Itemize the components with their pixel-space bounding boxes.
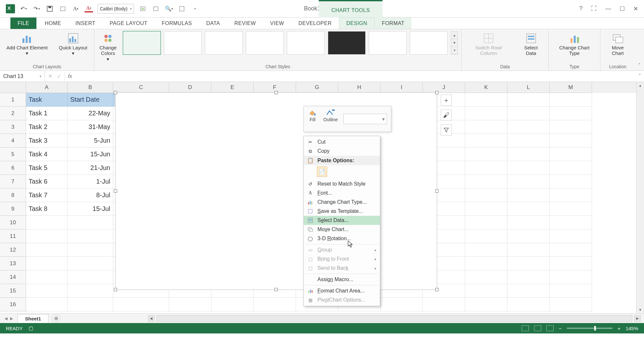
minimize-button[interactable]: — — [605, 5, 611, 12]
cell[interactable] — [254, 298, 296, 311]
mini-style-combo[interactable]: ▾ — [343, 114, 387, 124]
cell[interactable] — [465, 257, 507, 270]
chart-style-6[interactable] — [328, 31, 366, 55]
cell[interactable] — [26, 216, 68, 229]
cell[interactable] — [550, 229, 592, 243]
cell[interactable] — [68, 270, 113, 284]
cell[interactable]: Task 7 — [26, 188, 68, 202]
chart-style-7[interactable] — [369, 31, 407, 55]
chart-styles-button[interactable]: 🖌 — [441, 110, 452, 121]
cell[interactable] — [550, 298, 592, 311]
column-header[interactable]: L — [507, 82, 550, 93]
resize-handle[interactable] — [114, 288, 117, 291]
cell[interactable]: 8-Jul — [68, 188, 113, 202]
chart-elements-button[interactable]: ＋ — [441, 95, 452, 106]
add-chart-element-button[interactable]: Add Chart Element ▾ — [3, 31, 51, 58]
cell[interactable] — [507, 161, 550, 175]
row-header[interactable]: 4 — [0, 134, 26, 148]
hscroll-track[interactable] — [156, 315, 632, 322]
outline-button[interactable]: Outline — [323, 109, 338, 129]
ctx-cut[interactable]: ✂Cut — [304, 137, 380, 147]
cell[interactable] — [550, 148, 592, 161]
cell[interactable] — [465, 134, 507, 148]
cell[interactable] — [507, 298, 550, 311]
row-header[interactable]: 8 — [0, 188, 26, 202]
cell[interactable] — [550, 107, 592, 120]
maximize-button[interactable]: ☐ — [620, 5, 625, 12]
cell[interactable] — [465, 93, 507, 107]
row-header[interactable]: 14 — [0, 270, 26, 284]
column-header[interactable]: K — [465, 82, 507, 93]
resize-handle[interactable] — [275, 91, 278, 94]
cell[interactable]: 1-Jul — [68, 175, 113, 188]
zoom-out-button[interactable]: − — [559, 326, 562, 331]
cell[interactable]: 21-Jun — [68, 161, 113, 175]
collapse-ribbon-button[interactable]: ˄ — [635, 29, 644, 71]
redo-button[interactable]: ↷▾ — [33, 5, 41, 13]
cell[interactable] — [550, 202, 592, 216]
row-header[interactable]: 13 — [0, 257, 26, 270]
cell[interactable] — [550, 284, 592, 298]
column-header[interactable]: G — [296, 82, 338, 93]
cell[interactable] — [550, 243, 592, 257]
cell[interactable] — [550, 188, 592, 202]
cell[interactable] — [550, 161, 592, 175]
cell[interactable] — [211, 298, 254, 311]
zoom-in-button[interactable]: + — [618, 326, 621, 331]
cell[interactable]: Task 8 — [26, 202, 68, 216]
tab-review[interactable]: REVIEW — [227, 18, 263, 29]
cell[interactable] — [26, 257, 68, 270]
cell[interactable]: Task — [26, 93, 68, 107]
row-header[interactable]: 7 — [0, 175, 26, 188]
view-page-break-button[interactable] — [546, 325, 554, 331]
cell[interactable]: Task 4 — [26, 148, 68, 161]
cell[interactable] — [550, 175, 592, 188]
column-header[interactable]: B — [68, 82, 113, 93]
ctx-font[interactable]: AFont... — [304, 188, 380, 198]
ctx-3d-rotation[interactable]: ◯3-D Rotation... — [304, 234, 380, 243]
qat-customize[interactable]: ▾ — [191, 5, 199, 13]
ctx-save-template[interactable]: Save as Template... — [304, 207, 380, 216]
column-header[interactable]: J — [423, 82, 465, 93]
view-normal-button[interactable] — [522, 325, 529, 331]
ctx-copy[interactable]: ⧉Copy — [304, 147, 380, 156]
cell[interactable]: Task 6 — [26, 175, 68, 188]
cell[interactable] — [507, 270, 550, 284]
vertical-scrollbar[interactable]: ▲ ▼ — [636, 82, 644, 313]
chart-style-1[interactable] — [123, 31, 161, 55]
view-page-layout-button[interactable] — [534, 325, 541, 331]
tab-view[interactable]: VIEW — [263, 18, 291, 29]
font-family-combo[interactable]: Calibri (Body)▾ — [98, 4, 134, 14]
chart-filters-button[interactable] — [441, 124, 452, 136]
cell[interactable] — [423, 298, 465, 311]
cell[interactable] — [465, 188, 507, 202]
ctx-change-chart-type[interactable]: Change Chart Type... — [304, 198, 380, 207]
row-header[interactable]: 16 — [0, 298, 26, 311]
ribbon-display-button[interactable]: ⛶ — [591, 5, 597, 12]
cell[interactable] — [465, 229, 507, 243]
row-header[interactable]: 9 — [0, 202, 26, 216]
cell[interactable] — [26, 243, 68, 257]
add-sheet-button[interactable]: ⊕ — [52, 314, 60, 323]
expand-formula-bar-button[interactable]: ˅ — [636, 71, 644, 82]
resize-handle[interactable] — [114, 189, 117, 193]
resize-handle[interactable] — [435, 91, 438, 94]
cell[interactable]: Task 5 — [26, 161, 68, 175]
switch-row-column-button[interactable]: Switch Row/ Column — [465, 31, 512, 58]
scroll-down-button[interactable]: ▼ — [637, 306, 644, 313]
select-data-button[interactable]: Select Data — [517, 31, 545, 58]
cell[interactable]: 15-Jul — [68, 202, 113, 216]
column-header[interactable]: A — [26, 82, 68, 93]
cell[interactable]: 22-May — [68, 107, 113, 120]
row-header[interactable]: 1 — [0, 93, 26, 107]
help-button[interactable]: ? — [579, 5, 583, 12]
cell[interactable] — [465, 161, 507, 175]
cell[interactable] — [550, 270, 592, 284]
quick-layout-button[interactable]: Quick Layout ▾ — [55, 31, 90, 58]
cell[interactable] — [68, 216, 113, 229]
row-header[interactable]: 3 — [0, 120, 26, 134]
cell[interactable] — [465, 120, 507, 134]
cell[interactable] — [465, 216, 507, 229]
row-header[interactable]: 5 — [0, 148, 26, 161]
chart-style-4[interactable] — [246, 31, 284, 55]
